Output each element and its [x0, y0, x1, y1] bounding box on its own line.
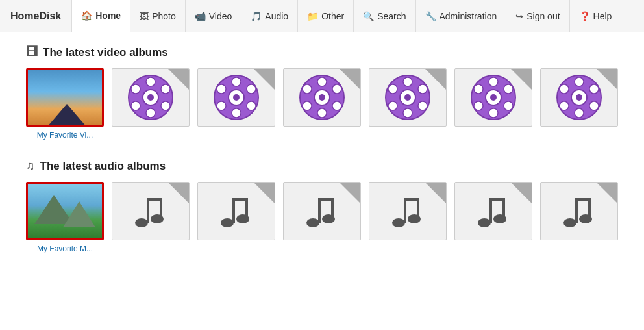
svg-point-43: [474, 101, 483, 110]
svg-rect-77: [489, 198, 502, 201]
svg-rect-81: [575, 198, 578, 223]
audio-album-card[interactable]: [112, 182, 190, 253]
svg-point-17: [247, 101, 256, 110]
svg-point-34: [388, 101, 397, 110]
svg-point-3: [146, 77, 155, 86]
nav-item-audio[interactable]: 🎵Audio: [242, 0, 298, 32]
svg-rect-56: [147, 198, 149, 223]
audio-nav-icon: 🎵: [251, 11, 262, 21]
audio-album-card[interactable]: [369, 182, 447, 253]
svg-point-2: [147, 94, 154, 101]
svg-rect-73: [417, 198, 419, 219]
audio-section-title: ♫ The latest audio albums: [26, 159, 618, 173]
svg-point-79: [564, 218, 576, 227]
audio-album-card[interactable]: [197, 182, 275, 253]
svg-point-22: [317, 108, 327, 118]
video-album-grid: My Favorite Vi...: [26, 68, 618, 140]
svg-point-23: [303, 84, 312, 94]
audio-album-thumb: [369, 182, 447, 240]
nav-item-help[interactable]: ❓Help: [570, 0, 622, 32]
svg-point-38: [490, 94, 497, 101]
nav-item-signout[interactable]: ↪Sign out: [506, 0, 569, 32]
svg-point-41: [474, 84, 483, 94]
video-album-card[interactable]: [540, 68, 618, 140]
audio-album-thumb: [26, 182, 104, 240]
video-album-card[interactable]: [369, 68, 447, 140]
svg-point-25: [303, 101, 312, 110]
svg-rect-71: [404, 198, 406, 223]
video-album-thumb: [197, 68, 275, 127]
nav-item-video[interactable]: 📹Video: [186, 0, 242, 32]
audio-album-thumb: [454, 182, 532, 240]
svg-point-50: [560, 84, 569, 94]
svg-rect-68: [331, 198, 334, 219]
svg-point-53: [589, 101, 599, 110]
svg-point-64: [306, 218, 319, 227]
video-album-card[interactable]: [112, 68, 190, 140]
audio-album-thumb: [540, 182, 618, 240]
audio-album-grid: My Favorite M...: [26, 182, 618, 253]
audio-album-thumb: [283, 182, 361, 240]
audio-album-card[interactable]: [540, 182, 618, 253]
nav-item-search[interactable]: 🔍Search: [354, 0, 415, 32]
svg-rect-83: [588, 198, 591, 219]
svg-point-42: [504, 84, 513, 94]
main-content: 🎞 The latest video albums My Favorite Vi…: [0, 32, 644, 286]
svg-point-5: [131, 84, 140, 94]
svg-point-69: [392, 218, 405, 227]
audio-album-thumb: [197, 182, 275, 240]
svg-point-35: [418, 101, 427, 110]
administration-nav-label: Administration: [440, 11, 497, 21]
nav-item-home[interactable]: 🏠Home: [72, 0, 130, 32]
svg-rect-82: [575, 198, 588, 201]
svg-rect-72: [404, 198, 417, 201]
video-section-title: 🎞 The latest video albums: [26, 45, 618, 59]
svg-point-7: [131, 101, 140, 110]
svg-point-52: [560, 101, 569, 110]
svg-rect-76: [489, 198, 492, 223]
svg-point-32: [388, 84, 397, 94]
svg-point-54: [135, 218, 148, 227]
video-album-card[interactable]: My Favorite Vi...: [26, 68, 104, 140]
video-album-thumb: [369, 68, 447, 127]
audio-album-card[interactable]: [283, 182, 361, 253]
administration-nav-icon: 🔧: [425, 11, 436, 21]
audio-album-card[interactable]: My Favorite M...: [26, 182, 104, 253]
svg-point-26: [332, 101, 341, 110]
svg-point-8: [161, 101, 170, 110]
svg-point-21: [317, 77, 327, 86]
video-album-thumb: [540, 68, 618, 127]
svg-rect-58: [160, 198, 162, 219]
video-album-card[interactable]: [454, 68, 532, 140]
video-album-card[interactable]: [283, 68, 361, 140]
search-nav-label: Search: [377, 11, 406, 21]
audio-album-label: My Favorite M...: [26, 244, 104, 253]
home-nav-label: Home: [95, 10, 121, 21]
svg-point-47: [576, 94, 582, 101]
video-section-icon: 🎞: [26, 45, 38, 59]
svg-rect-57: [147, 198, 160, 201]
svg-point-24: [332, 84, 341, 94]
video-album-thumb: [112, 68, 190, 127]
nav-item-photo[interactable]: 🖼Photo: [130, 0, 186, 32]
svg-point-6: [161, 84, 170, 94]
video-album-thumb: [26, 68, 104, 127]
brand-logo: HomeDisk: [0, 0, 72, 32]
svg-point-29: [404, 94, 411, 101]
audio-nav-label: Audio: [265, 11, 288, 21]
nav-item-administration[interactable]: 🔧Administration: [416, 0, 507, 32]
svg-rect-61: [232, 198, 235, 223]
video-album-label: My Favorite Vi...: [26, 131, 104, 140]
video-nav-label: Video: [209, 11, 232, 21]
other-nav-label: Other: [321, 11, 344, 21]
nav-item-other[interactable]: 📁Other: [298, 0, 354, 32]
svg-point-39: [489, 77, 498, 86]
home-nav-icon: 🏠: [81, 10, 92, 21]
svg-point-12: [232, 77, 241, 86]
video-album-card[interactable]: [197, 68, 275, 140]
svg-point-11: [233, 94, 240, 101]
audio-album-card[interactable]: [454, 182, 532, 253]
svg-point-48: [575, 77, 584, 86]
help-nav-label: Help: [593, 11, 612, 21]
main-nav: HomeDisk 🏠Home🖼Photo📹Video🎵Audio📁Other🔍S…: [0, 0, 644, 32]
